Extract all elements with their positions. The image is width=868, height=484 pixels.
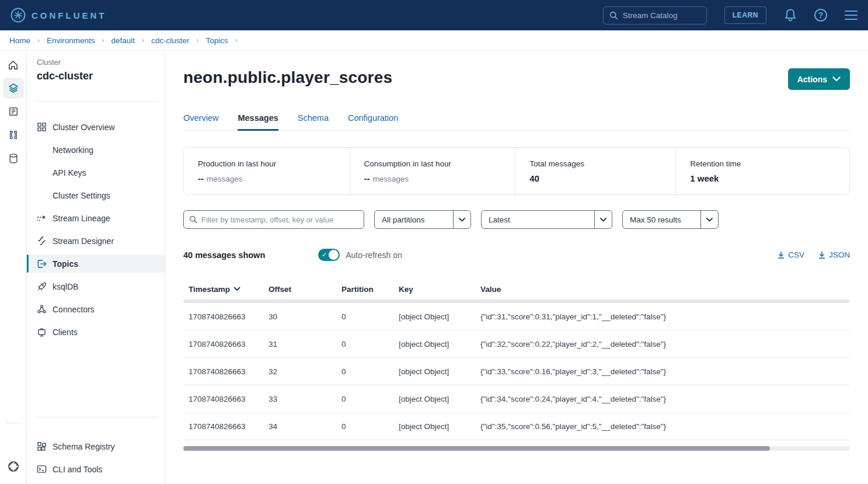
chevron-right-icon: ›	[142, 36, 144, 44]
sidebar-section-label: Cluster	[27, 58, 165, 67]
chevron-right-icon: ›	[235, 36, 238, 44]
stat-total-messages: Total messages 40	[515, 148, 675, 194]
sidebar-item-cli-and-tools[interactable]: CLI and Tools	[27, 458, 165, 480]
breadcrumb-default[interactable]: default	[111, 36, 135, 45]
help-button[interactable]: ?	[814, 9, 827, 22]
messages-table: Timestamp Offset Partition Key Value 170…	[183, 278, 850, 451]
table-row[interactable]: 1708740826663 32 0 [object Object] {"id"…	[183, 358, 850, 385]
sidebar-item-topics[interactable]: Topics	[27, 255, 165, 273]
sidebar-item-connectors[interactable]: Connectors	[27, 298, 165, 321]
download-icon	[818, 251, 825, 259]
table-row[interactable]: 1708740826663 31 0 [object Object] {"id"…	[183, 330, 850, 358]
scrollbar-thumb[interactable]	[183, 446, 770, 451]
terminal-icon	[37, 465, 52, 473]
offset-order-select[interactable]: Latest	[481, 210, 612, 229]
breadcrumb-cdc-cluster[interactable]: cdc-cluster	[151, 36, 189, 45]
stat-retention-time: Retention time 1 week	[675, 148, 849, 194]
message-filter-search[interactable]	[183, 210, 364, 229]
flow-brackets-icon[interactable]	[3, 124, 24, 145]
breadcrumb-home[interactable]: Home	[9, 36, 30, 45]
breadcrumb: Home › Environments › default › cdc-clus…	[0, 30, 868, 50]
cluster-name: cdc-cluster	[27, 70, 165, 82]
auto-refresh-label: Auto-refresh on	[346, 250, 402, 260]
sidebar-item-ksqldb[interactable]: ksqlDB	[27, 275, 165, 298]
column-header-offset[interactable]: Offset	[269, 285, 341, 294]
tab-overview[interactable]: Overview	[183, 113, 218, 130]
breadcrumb-environments[interactable]: Environments	[47, 36, 95, 45]
home-icon[interactable]	[3, 54, 24, 75]
result-limit-select[interactable]: Max 50 results	[622, 210, 719, 229]
column-header-value[interactable]: Value	[480, 285, 850, 294]
table-row[interactable]: 1708740826663 33 0 [object Object] {"id"…	[183, 385, 850, 413]
connectors-nodes-icon	[37, 304, 52, 314]
globe-support-icon[interactable]	[3, 456, 24, 477]
messages-count: 40 messages shown	[183, 250, 265, 260]
hamburger-icon	[845, 11, 857, 20]
message-filters: All partitions Latest Max 50 results	[183, 210, 850, 229]
download-json-link[interactable]: JSON	[818, 250, 850, 259]
sidebar-item-cluster-settings[interactable]: Cluster Settings	[27, 184, 165, 207]
sidebar-item-stream-designer[interactable]: Stream Designer	[27, 229, 165, 252]
search-icon	[189, 215, 197, 224]
table-row[interactable]: 1708740826663 34 0 [object Object] {"id"…	[183, 413, 850, 440]
download-csv-link[interactable]: CSV	[778, 250, 804, 259]
stream-catalog-input[interactable]	[623, 11, 693, 20]
brand-name: CONFLUENT	[32, 11, 107, 20]
tab-configuration[interactable]: Configuration	[348, 113, 398, 130]
page-title: neon.public.player_scores	[183, 68, 392, 87]
sidebar-item-api-keys[interactable]: API Keys	[27, 161, 165, 184]
table-row[interactable]: 1708740826663 30 0 [object Object] {"id"…	[183, 303, 850, 330]
schema-registry-icon	[37, 441, 52, 451]
designer-curves-icon	[37, 236, 52, 246]
search-icon	[609, 11, 618, 20]
column-header-timestamp[interactable]: Timestamp	[189, 285, 269, 294]
sidebar-item-stream-lineage[interactable]: Stream Lineage	[27, 207, 165, 229]
chevron-down-icon	[700, 211, 718, 228]
rocket-icon	[37, 281, 52, 291]
chevron-down-icon	[832, 76, 841, 82]
notes-document-icon[interactable]	[3, 101, 24, 122]
tab-schema[interactable]: Schema	[298, 113, 329, 130]
table-horizontal-scrollbar[interactable]	[183, 446, 850, 451]
partition-select[interactable]: All partitions	[374, 210, 471, 229]
tab-messages[interactable]: Messages	[238, 113, 278, 131]
check-icon: ✓	[322, 251, 327, 259]
topics-icon	[37, 259, 52, 269]
stream-catalog-search[interactable]	[603, 6, 707, 25]
topic-tabs: Overview Messages Schema Configuration	[183, 113, 850, 131]
confluent-logo-icon	[11, 8, 26, 23]
sidebar-item-clients[interactable]: Clients	[27, 321, 165, 343]
grid-icon	[37, 122, 52, 132]
lineage-arrow-icon	[37, 214, 52, 222]
column-header-partition[interactable]: Partition	[341, 285, 399, 294]
stat-production: Production in last hour --messages	[184, 148, 350, 194]
auto-refresh-toggle[interactable]: ✓	[318, 249, 340, 261]
chevron-down-icon	[594, 211, 612, 228]
environments-layers-icon[interactable]	[3, 78, 24, 99]
sidebar-item-cluster-overview[interactable]: Cluster Overview	[27, 116, 165, 138]
chevron-right-icon: ›	[196, 36, 198, 44]
sidebar-footer-divider	[37, 417, 159, 417]
actions-button[interactable]: Actions	[788, 68, 850, 90]
database-icon[interactable]	[3, 148, 24, 169]
column-header-key[interactable]: Key	[399, 285, 480, 294]
breadcrumb-topics[interactable]: Topics	[205, 36, 228, 45]
topic-stats-card: Production in last hour --messages Consu…	[183, 147, 850, 195]
sidebar-item-schema-registry[interactable]: Schema Registry	[27, 435, 165, 458]
left-icon-rail	[0, 51, 27, 484]
chevron-down-icon	[453, 211, 470, 228]
top-navbar: CONFLUENT LEARN ?	[0, 0, 868, 30]
sort-chevron-down-icon	[233, 287, 240, 291]
learn-button[interactable]: LEARN	[724, 6, 766, 24]
sidebar-divider	[37, 101, 159, 102]
chevron-right-icon: ›	[102, 36, 104, 44]
help-icon: ?	[814, 9, 827, 22]
chevron-right-icon: ›	[37, 36, 40, 44]
download-icon	[778, 251, 785, 259]
message-filter-input[interactable]	[201, 215, 358, 224]
main-menu-button[interactable]	[845, 11, 857, 20]
sidebar-item-networking[interactable]: Networking	[27, 138, 165, 161]
notifications-button[interactable]	[784, 8, 797, 22]
confluent-brand[interactable]: CONFLUENT	[11, 8, 107, 23]
topic-detail-main: neon.public.player_scores Actions Overvi…	[165, 51, 868, 484]
